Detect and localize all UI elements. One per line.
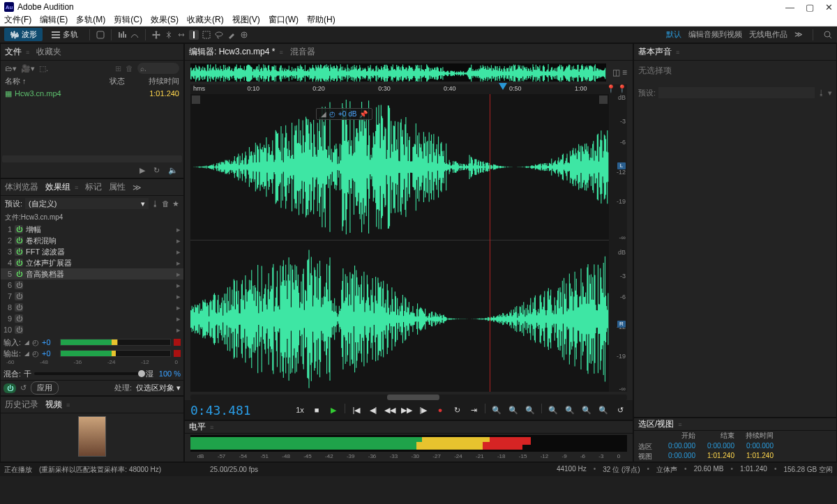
fx-slot[interactable]: 3⏻FFT 滤波器▸ bbox=[1, 246, 183, 257]
view-waveform-button[interactable]: 波形 bbox=[4, 28, 43, 41]
file-search-input[interactable]: ⌕. bbox=[137, 63, 179, 74]
close-button[interactable]: ✕ bbox=[825, 2, 833, 13]
favorite-preset-icon[interactable]: ★ bbox=[172, 199, 179, 208]
slot-arrow-icon[interactable]: ▸ bbox=[176, 281, 181, 290]
loop-playback-button[interactable]: ↻ bbox=[450, 404, 464, 416]
apply-button[interactable]: 应用 bbox=[31, 381, 59, 395]
preset-dropdown[interactable]: (自定义)▾ bbox=[25, 198, 149, 209]
tab-essential-sound[interactable]: 基本声音≡ bbox=[638, 46, 679, 58]
tabs-overflow[interactable]: ≫ bbox=[133, 183, 142, 192]
workspace-radio[interactable]: 无线电作品 bbox=[749, 29, 787, 40]
lasso-tool-icon[interactable] bbox=[214, 30, 224, 40]
zoom-out-amp-icon[interactable]: 🔍 bbox=[563, 404, 577, 416]
playhead-indicator[interactable] bbox=[499, 83, 507, 90]
tab-mixer[interactable]: 混音器 bbox=[290, 46, 315, 58]
file-row[interactable]: ▦Hcw3.cn.mp4 1:01.240 bbox=[1, 87, 183, 100]
gain-hud[interactable]: ◢ ◴ +0 dB 📌 bbox=[316, 108, 372, 120]
fx-slot[interactable]: 8⏻▸ bbox=[1, 302, 183, 313]
playhead-line[interactable] bbox=[490, 94, 490, 392]
slip-tool-icon[interactable] bbox=[176, 30, 186, 40]
zoom-selection-out-icon[interactable]: 🔍 bbox=[596, 404, 610, 416]
prev-marker-button[interactable]: ◀| bbox=[366, 404, 380, 416]
timecode-display[interactable]: 0:43.481 bbox=[190, 403, 251, 418]
minimize-button[interactable]: — bbox=[785, 2, 794, 13]
import-icon[interactable]: ⬚. bbox=[39, 64, 48, 73]
slot-arrow-icon[interactable]: ▸ bbox=[176, 225, 181, 234]
workspace-default[interactable]: 默认 bbox=[666, 29, 681, 40]
gain-knob-icon[interactable]: ◴ bbox=[329, 110, 335, 118]
menu-edit[interactable]: 编辑(E) bbox=[40, 14, 68, 26]
input-clip-indicator[interactable] bbox=[174, 339, 181, 346]
slot-arrow-icon[interactable]: ▸ bbox=[176, 270, 181, 279]
output-clip-indicator[interactable] bbox=[174, 350, 181, 357]
slot-arrow-icon[interactable]: ▸ bbox=[176, 314, 181, 323]
files-col-status[interactable]: 状态 bbox=[110, 76, 137, 87]
output-gain-knob[interactable]: ◴ bbox=[32, 349, 39, 358]
input-gain-value[interactable]: +0 bbox=[42, 338, 57, 346]
ess-dropdown-icon[interactable]: ▾ bbox=[828, 89, 832, 98]
tab-effects-rack[interactable]: 效果组≡ bbox=[45, 181, 78, 193]
menu-window[interactable]: 窗口(W) bbox=[269, 14, 299, 26]
tab-favorites[interactable]: 收藏夹 bbox=[36, 46, 61, 58]
open-file-icon[interactable]: 🗁▾ bbox=[5, 64, 17, 73]
next-marker-button[interactable]: |▶ bbox=[416, 404, 430, 416]
loop-icon[interactable]: ↻ bbox=[153, 166, 160, 175]
overview-waveform[interactable] bbox=[190, 63, 606, 82]
fx-slot[interactable]: 6⏻▸ bbox=[1, 280, 183, 291]
tab-history[interactable]: 历史记录 bbox=[5, 399, 38, 411]
move-tool-icon[interactable] bbox=[151, 30, 161, 40]
mix-percent[interactable]: 100 % bbox=[159, 369, 181, 378]
autoplay-icon[interactable]: ▶ bbox=[140, 166, 145, 175]
fx-slot[interactable]: 4⏻立体声扩展器▸ bbox=[1, 257, 183, 268]
files-col-duration[interactable]: 持续时间 bbox=[137, 76, 179, 87]
record-file-icon[interactable]: 🎥▾ bbox=[21, 64, 35, 73]
view-multitrack-button[interactable]: 多轨 bbox=[45, 28, 84, 41]
menu-view[interactable]: 视图(V) bbox=[232, 14, 260, 26]
workspace-more[interactable]: ≫ bbox=[794, 30, 803, 39]
menu-help[interactable]: 帮助(H) bbox=[307, 14, 335, 26]
tab-video[interactable]: 视频≡ bbox=[45, 399, 70, 411]
zoom-in-time-icon[interactable]: 🔍 bbox=[490, 404, 504, 416]
play-button[interactable]: ▶ bbox=[326, 404, 340, 416]
tab-markers[interactable]: 标记 bbox=[85, 181, 102, 193]
tab-media-browser[interactable]: 体浏览器 bbox=[5, 181, 38, 193]
fx-slot[interactable]: 5⏻音高换档器▸ bbox=[1, 268, 183, 280]
sel-start[interactable]: 0:00.000 bbox=[656, 442, 695, 452]
slot-power-icon[interactable]: ⏻ bbox=[15, 303, 23, 312]
view-start[interactable]: 0:00.000 bbox=[656, 452, 695, 461]
output-gain-value[interactable]: +0 bbox=[42, 349, 57, 358]
insert-icon[interactable]: ⊞ bbox=[115, 64, 121, 73]
rack-loop-icon[interactable]: ↺ bbox=[20, 383, 27, 392]
skip-selection-button[interactable]: ⇥ bbox=[467, 404, 481, 416]
overview-options-icon[interactable]: ≡ bbox=[622, 68, 627, 77]
pin-left-icon[interactable]: 📍 bbox=[606, 84, 616, 93]
stop-button[interactable]: ■ bbox=[310, 404, 324, 416]
forward-button[interactable]: ▶▶ bbox=[400, 404, 414, 416]
view-duration[interactable]: 1:01.240 bbox=[734, 452, 774, 461]
zoom-selection-in-icon[interactable]: 🔍 bbox=[580, 404, 594, 416]
fx-slot[interactable]: 7⏻▸ bbox=[1, 291, 183, 302]
workspace-edit-av[interactable]: 编辑音频到视频 bbox=[688, 29, 742, 40]
tab-properties[interactable]: 属性 bbox=[109, 181, 126, 193]
slot-arrow-icon[interactable]: ▸ bbox=[176, 259, 181, 268]
pin-right-icon[interactable]: 📍 bbox=[617, 84, 627, 93]
go-start-button[interactable]: |◀ bbox=[349, 404, 363, 416]
tab-selection-view[interactable]: 选区/视图≡ bbox=[638, 418, 682, 430]
menu-multitrack[interactable]: 多轨(M) bbox=[76, 14, 105, 26]
fx-slot[interactable]: 2⏻卷积混响▸ bbox=[1, 235, 183, 246]
slot-power-icon[interactable]: ⏻ bbox=[15, 259, 23, 267]
channel-l-badge[interactable]: L bbox=[617, 162, 626, 169]
slot-power-icon[interactable]: ⏻ bbox=[15, 270, 23, 278]
slot-power-icon[interactable]: ⏻ bbox=[15, 314, 23, 323]
slot-arrow-icon[interactable]: ▸ bbox=[176, 236, 181, 245]
record-button[interactable]: ● bbox=[433, 404, 447, 416]
fx-slot[interactable]: 9⏻▸ bbox=[1, 313, 183, 324]
waveform-display[interactable]: ◢ ◴ +0 dB 📌 bbox=[190, 94, 609, 392]
menu-file[interactable]: 文件(F) bbox=[4, 14, 31, 26]
brush-tool-icon[interactable] bbox=[227, 30, 236, 40]
zoom-reset-icon[interactable]: 🔍 bbox=[523, 404, 537, 416]
slot-arrow-icon[interactable]: ▸ bbox=[176, 292, 181, 301]
sel-duration[interactable]: 0:00.000 bbox=[734, 442, 774, 452]
slot-power-icon[interactable]: ⏻ bbox=[15, 225, 23, 234]
slot-power-icon[interactable]: ⏻ bbox=[15, 281, 23, 289]
